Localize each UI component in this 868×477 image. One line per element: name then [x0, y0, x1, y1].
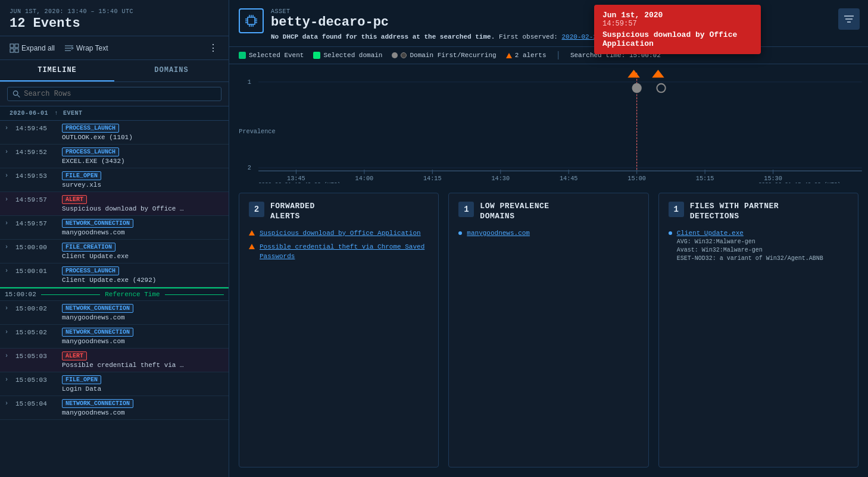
tooltip-text: Suspicious download by Office Applicatio…: [602, 30, 753, 48]
expand-arrow[interactable]: ›: [5, 352, 13, 359]
event-badge: NETWORK_CONNECTION: [62, 328, 133, 337]
event-time: 15:00:01: [15, 266, 60, 275]
expand-arrow[interactable]: ›: [5, 171, 13, 179]
tab-timeline[interactable]: TIMELINE: [0, 60, 114, 81]
event-row[interactable]: › 15:05:02 NETWORK_CONNECTION manygoodne…: [0, 325, 229, 349]
expand-arrow[interactable]: ›: [5, 328, 13, 335]
svg-rect-0: [10, 44, 14, 48]
ref-label: Reference Time: [105, 291, 160, 298]
wrap-text-button[interactable]: Wrap Text: [62, 43, 111, 54]
alert-link-1[interactable]: Suspicious download by Office Applicatio…: [260, 229, 421, 238]
event-row[interactable]: › 14:59:57 NETWORK_CONNECTION manygoodne…: [0, 216, 229, 240]
data-point-2: [657, 84, 665, 92]
expand-arrow[interactable]: ›: [5, 219, 13, 227]
legend-selected-domain: Selected domain: [313, 52, 382, 59]
partner-detections-title: FILES WITH PARTNERDETECTIONS: [690, 202, 779, 222]
forwarded-alerts-count: 2: [249, 202, 264, 217]
reference-time-row: 15:00:02 Reference Time: [0, 287, 229, 301]
expand-arrow[interactable]: ›: [5, 304, 13, 312]
events-header: 2020-06-01 ↑ EVENT: [0, 106, 229, 121]
event-label: Client Update.exe (4292): [62, 277, 224, 284]
expand-arrow[interactable]: ›: [5, 195, 13, 203]
svg-point-7: [13, 91, 18, 96]
event-row[interactable]: › 15:05:03 FILE_OPEN Login Data: [0, 372, 229, 396]
event-row[interactable]: › 15:00:02 NETWORK_CONNECTION manygoodne…: [0, 301, 229, 325]
svg-text:2020-06-01 15:40:02 (UTC): 2020-06-01 15:40:02 (UTC): [758, 181, 841, 183]
event-row[interactable]: › 15:00:01 PROCESS_LAUNCH Client Update.…: [0, 263, 229, 287]
chip-icon: [244, 14, 258, 28]
detection-text-1: Client Update.exe AVG: Win32:Malware-gen…: [677, 229, 823, 263]
event-time: 15:05:04: [15, 399, 60, 407]
search-input[interactable]: [24, 90, 216, 98]
low-prevalence-count: 1: [458, 202, 474, 217]
col-date-header: 2020-06-01 ↑: [10, 110, 63, 117]
domain-dot-1: [458, 231, 462, 235]
event-row[interactable]: › 14:59:52 PROCESS_LAUNCH EXCEL.EXE (343…: [0, 145, 229, 168]
event-time: 14:59:45: [15, 124, 60, 132]
partner-detections-header: 1 FILES WITH PARTNERDETECTIONS: [669, 202, 848, 222]
event-content: PROCESS_LAUNCH EXCEL.EXE (3432): [62, 148, 224, 165]
svg-rect-1: [15, 44, 18, 48]
event-content: FILE_OPEN survey.xls: [62, 171, 224, 189]
forwarded-alerts-header: 2 FORWARDEDALERTS: [249, 202, 429, 222]
expand-arrow[interactable]: ›: [5, 243, 13, 250]
wrap-text-icon: [64, 44, 74, 52]
expand-all-label: Expand all: [21, 44, 55, 52]
svg-rect-3: [15, 49, 18, 52]
event-count: 12 Events: [10, 16, 219, 31]
expand-arrow[interactable]: ›: [5, 124, 13, 131]
low-prevalence-panel: 1 LOW PREVALENCEDOMAINS manygoodnews.com: [448, 193, 648, 467]
detection-file-link[interactable]: Client Update.exe: [677, 229, 823, 238]
events-list[interactable]: › 14:59:45 PROCESS_LAUNCH OUTLOOK.exe (1…: [0, 121, 229, 477]
event-badge: FILE_CREATION: [62, 243, 115, 252]
tabs-bar: TIMELINE DOMAINS: [0, 60, 229, 82]
event-row[interactable]: › 15:00:00 FILE_CREATION Client Update.e…: [0, 240, 229, 263]
event-label: manygoodnews.com: [62, 229, 224, 236]
event-label: manygoodnews.com: [62, 338, 224, 345]
svg-text:Prevalence: Prevalence: [239, 128, 275, 135]
event-badge: NETWORK_CONNECTION: [62, 399, 133, 408]
event-badge: PROCESS_LAUNCH: [62, 266, 119, 275]
expand-icon: [10, 43, 19, 53]
legend-bar: Selected Event Selected domain Domain Fi…: [229, 47, 868, 64]
event-badge: FILE_OPEN: [62, 375, 101, 384]
tab-domains[interactable]: DOMAINS: [114, 60, 229, 81]
alert-tri-icon-2: [249, 244, 255, 249]
bottom-panels: 2 FORWARDEDALERTS Suspicious download by…: [229, 183, 868, 477]
event-row[interactable]: › 14:59:45 PROCESS_LAUNCH OUTLOOK.exe (1…: [0, 121, 229, 145]
expand-arrow[interactable]: ›: [5, 148, 13, 155]
domain-link-1[interactable]: manygoodnews.com: [467, 229, 530, 238]
event-time: 14:59:52: [15, 148, 60, 156]
expand-all-button[interactable]: Expand all: [7, 42, 57, 54]
alert-link-2[interactable]: Possible credential theft via Chrome Sav…: [260, 243, 429, 261]
tooltip-time: 14:59:57: [602, 20, 753, 28]
event-time: 14:59:57: [15, 195, 60, 203]
event-content: PROCESS_LAUNCH OUTLOOK.exe (1101): [62, 124, 224, 141]
expand-arrow[interactable]: ›: [5, 399, 13, 407]
ref-time: 15:00:02: [5, 291, 36, 298]
svg-text:15:00: 15:00: [627, 175, 646, 182]
left-header: JUN 1ST, 2020: 13:40 – 15:40 UTC 12 Even…: [0, 0, 229, 36]
forwarded-alerts-list: Suspicious download by Office Applicatio…: [249, 229, 429, 261]
event-row[interactable]: › 14:59:53 FILE_OPEN survey.xls: [0, 168, 229, 192]
event-row[interactable]: › 15:05:04 NETWORK_CONNECTION manygoodne…: [0, 396, 229, 420]
event-row[interactable]: › 15:05:03 ALERT Possible credential the…: [0, 349, 229, 372]
svg-rect-2: [10, 49, 14, 52]
event-time: 15:00:02: [15, 304, 60, 312]
expand-arrow[interactable]: ›: [5, 266, 13, 274]
chart-svg: 1 2 Prevalence 13:45 14:00 14:15 14:30: [229, 67, 868, 183]
svg-line-8: [17, 95, 20, 98]
expand-arrow[interactable]: ›: [5, 375, 13, 383]
legend-selected-event: Selected Event: [239, 52, 304, 59]
partner-detections-list: Client Update.exe AVG: Win32:Malware-gen…: [669, 229, 848, 263]
filter-button[interactable]: [838, 8, 860, 30]
event-badge: PROCESS_LAUNCH: [62, 124, 119, 133]
selected-event-dot: [239, 52, 246, 59]
event-label: Client Update.exe: [62, 253, 224, 260]
selected-domain-dot: [313, 52, 320, 59]
event-row[interactable]: › 14:59:57 ALERT Suspicious download by …: [0, 192, 229, 216]
dhcp-notice: No DHCP data found for this address at t…: [271, 33, 625, 40]
alert-tooltip: Jun 1st, 2020 14:59:57 Suspicious downlo…: [594, 5, 761, 54]
more-options-button[interactable]: ⋮: [205, 41, 221, 55]
event-badge: FILE_OPEN: [62, 171, 101, 180]
